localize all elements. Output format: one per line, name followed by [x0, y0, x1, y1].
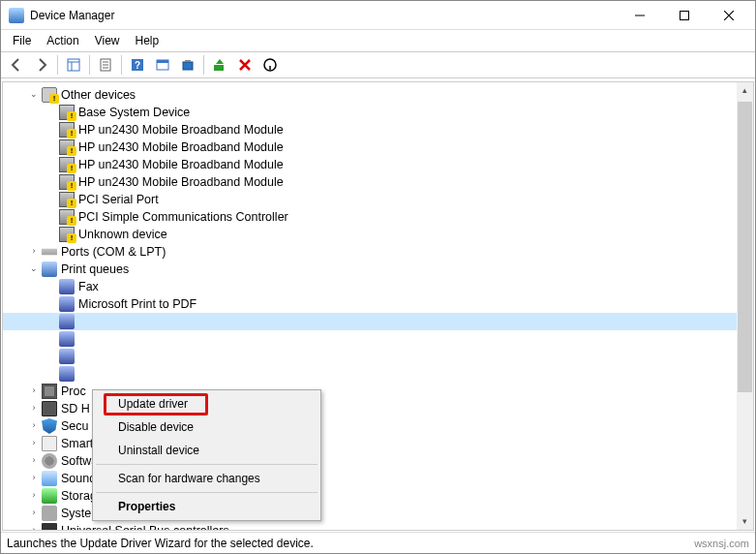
tree-item[interactable]: [3, 348, 753, 365]
expand-icon[interactable]: ›: [28, 472, 40, 483]
expand-icon[interactable]: ›: [28, 245, 40, 257]
tree-item[interactable]: HP un2430 Mobile Broadband Module: [3, 121, 753, 138]
tree-label: PCI Serial Port: [78, 193, 159, 206]
update-driver-button[interactable]: [208, 53, 231, 77]
tree-item-print-to-pdf[interactable]: Microsoft Print to PDF: [3, 295, 753, 313]
processor-icon: [42, 384, 57, 399]
context-separator: [96, 492, 318, 493]
expand-icon[interactable]: ›: [28, 524, 40, 531]
tree-item[interactable]: [3, 330, 753, 348]
status-text: Launches the Update Driver Wizard for th…: [7, 537, 314, 550]
printer-icon: [59, 296, 75, 312]
other-devices-icon: [42, 87, 57, 103]
menu-file[interactable]: File: [5, 32, 39, 49]
tree-label: HP un2430 Mobile Broadband Module: [78, 175, 284, 189]
usb-icon: [42, 523, 57, 531]
device-icon: [59, 105, 75, 120]
ports-icon: [42, 244, 57, 260]
tree-label: Other devices: [61, 88, 136, 102]
tree-item[interactable]: Unknown device: [3, 226, 753, 243]
forward-button[interactable]: [30, 53, 53, 77]
uninstall-button[interactable]: [233, 53, 257, 77]
tree-item[interactable]: HP un2430 Mobile Broadband Module: [3, 156, 753, 173]
tree-item[interactable]: [3, 365, 753, 383]
svg-rect-6: [157, 60, 168, 63]
tree-item[interactable]: Base System Device: [3, 104, 753, 121]
system-icon: [42, 506, 57, 521]
software-icon: [42, 453, 57, 469]
context-scan-hardware[interactable]: Scan for hardware changes: [95, 467, 318, 490]
tree-category-other-devices[interactable]: ⌄ Other devices: [3, 86, 753, 104]
tree-item[interactable]: PCI Serial Port: [3, 191, 753, 208]
svg-rect-0: [680, 11, 689, 19]
menu-view[interactable]: View: [87, 32, 128, 49]
scroll-thumb[interactable]: [738, 102, 752, 392]
status-bar: Launches the Update Driver Wizard for th…: [1, 532, 755, 553]
expand-icon[interactable]: ›: [28, 419, 40, 431]
tree-label: Print queues: [61, 262, 129, 276]
watermark-text: wsxnsj.com: [694, 538, 749, 549]
maximize-button[interactable]: [662, 1, 707, 30]
tree-item-fax[interactable]: Fax: [3, 278, 753, 295]
print-queues-icon: [42, 262, 57, 277]
expand-icon[interactable]: ›: [28, 385, 40, 396]
app-icon: [9, 8, 24, 23]
toolbar: ?: [1, 51, 755, 78]
toolbar-separator: [121, 55, 122, 75]
collapse-icon[interactable]: ⌄: [28, 88, 40, 100]
scroll-down-icon[interactable]: ▾: [737, 513, 753, 530]
security-icon: [42, 418, 57, 434]
printer-icon: [59, 314, 75, 329]
device-icon: [59, 174, 75, 190]
expand-icon[interactable]: ›: [28, 454, 40, 466]
back-button[interactable]: [5, 53, 28, 77]
tree-item-selected[interactable]: [3, 313, 753, 330]
expand-icon[interactable]: ›: [28, 437, 40, 448]
properties-button[interactable]: [94, 53, 117, 77]
context-menu: Update driver Disable device Uninstall d…: [92, 389, 321, 521]
context-update-driver[interactable]: Update driver: [95, 392, 318, 416]
menu-action[interactable]: Action: [39, 32, 86, 49]
sound-icon: [42, 471, 57, 486]
expand-icon[interactable]: ›: [28, 489, 40, 501]
svg-rect-7: [183, 62, 193, 70]
vertical-scrollbar[interactable]: ▴ ▾: [737, 82, 753, 530]
window-title: Device Manager: [30, 9, 618, 22]
tree-label: Ports (COM & LPT): [61, 245, 166, 259]
scan-button[interactable]: [176, 53, 199, 77]
context-separator: [96, 464, 318, 465]
minimize-button[interactable]: [618, 1, 662, 30]
tree-label: SD H: [61, 402, 90, 416]
expand-icon[interactable]: ›: [28, 402, 40, 414]
action-button[interactable]: [151, 53, 174, 77]
toolbar-separator: [203, 55, 204, 75]
tree-category-print-queues[interactable]: ⌄ Print queues: [3, 261, 753, 278]
show-hide-console-tree-button[interactable]: [62, 53, 85, 77]
storage-icon: [42, 488, 57, 504]
tree-item[interactable]: PCI Simple Communications Controller: [3, 208, 753, 226]
tree-label: PCI Simple Communications Controller: [78, 210, 288, 224]
tree-label: Base System Device: [78, 106, 190, 119]
tree-label: Secu: [61, 419, 89, 433]
collapse-icon[interactable]: ⌄: [28, 262, 40, 274]
context-disable-device[interactable]: Disable device: [95, 416, 318, 439]
disable-button[interactable]: [258, 53, 282, 77]
tree-label: HP un2430 Mobile Broadband Module: [78, 158, 284, 171]
device-icon: [59, 209, 75, 225]
printer-icon: [59, 331, 75, 347]
svg-text:?: ?: [135, 60, 140, 71]
expand-icon[interactable]: ›: [28, 507, 40, 518]
svg-rect-1: [68, 59, 79, 71]
tree-category-usb[interactable]: ›Universal Serial Bus controllers: [3, 522, 753, 531]
scroll-up-icon[interactable]: ▴: [737, 82, 753, 99]
menu-help[interactable]: Help: [128, 32, 167, 49]
help-button[interactable]: ?: [126, 53, 149, 77]
context-uninstall-device[interactable]: Uninstall device: [95, 439, 318, 462]
svg-rect-8: [185, 60, 191, 62]
tree-item[interactable]: HP un2430 Mobile Broadband Module: [3, 138, 753, 156]
close-button[interactable]: [707, 1, 751, 30]
context-properties[interactable]: Properties: [95, 495, 318, 518]
tree-category-ports[interactable]: › Ports (COM & LPT): [3, 243, 753, 261]
printer-icon: [59, 366, 75, 382]
tree-item[interactable]: HP un2430 Mobile Broadband Module: [3, 173, 753, 191]
